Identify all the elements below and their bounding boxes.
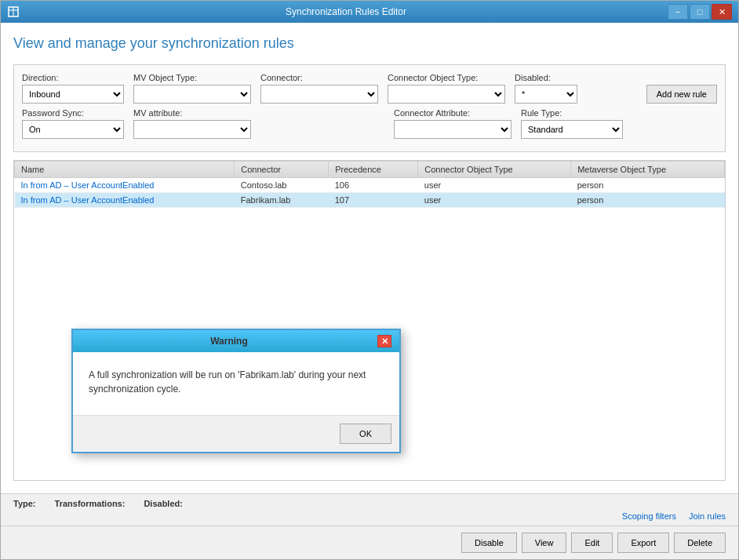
mv-object-type-select[interactable] (133, 85, 251, 104)
bottom-info-bar: Type: Transformations: Disabled: Scoping… (1, 493, 738, 525)
rule-type-label: Rule Type: (521, 108, 623, 118)
password-sync-label: Password Sync: (22, 108, 124, 118)
table-header-row: Name Connector Precedence Connector Obje… (15, 162, 725, 178)
modal-ok-button[interactable]: OK (340, 424, 391, 444)
page-title: View and manage your synchronization rul… (13, 35, 726, 52)
mv-attribute-label: MV attribute: (133, 108, 251, 118)
col-connector: Connector (235, 162, 329, 178)
connector-object-type-filter: Connector Object Type: (388, 73, 505, 104)
direction-select[interactable]: Inbound Outbound (22, 85, 124, 104)
modal-title: Warning (81, 336, 377, 347)
type-label: Type: (13, 499, 36, 508)
table-row[interactable]: In from AD – User AccountEnabled Fabrika… (15, 193, 725, 208)
mv-attribute-select[interactable] (133, 120, 251, 139)
mv-object-type-filter: MV Object Type: (133, 73, 251, 104)
connector-select[interactable] (260, 85, 378, 104)
cell-connector-object-type: user (418, 178, 571, 193)
edit-button[interactable]: Edit (571, 533, 613, 553)
table-row[interactable]: In from AD – User AccountEnabled Contoso… (15, 178, 725, 193)
col-connector-object-type: Connector Object Type (418, 162, 571, 178)
cell-precedence: 106 (329, 178, 418, 193)
join-rules-link[interactable]: Join rules (689, 511, 726, 521)
connector-attribute-select[interactable] (394, 120, 511, 139)
delete-button[interactable]: Delete (674, 533, 726, 553)
connector-attribute-filter: Connector Attribute: (394, 108, 511, 139)
cell-precedence: 107 (329, 193, 418, 208)
title-bar: Synchronization Rules Editor − □ ✕ (1, 1, 738, 23)
connector-object-type-label: Connector Object Type: (388, 73, 505, 82)
col-precedence: Precedence (329, 162, 418, 178)
mv-attribute-filter: MV attribute: (133, 108, 251, 139)
rule-type-select[interactable]: Standard Custom (521, 120, 623, 139)
warning-modal: Warning ✕ A full synchronization will be… (71, 329, 401, 453)
minimize-button[interactable]: − (668, 4, 688, 20)
app-icon (7, 5, 20, 18)
connector-filter: Connector: (260, 73, 378, 104)
transformations-label: Transformations: (55, 499, 126, 508)
view-button[interactable]: View (522, 533, 567, 553)
export-button[interactable]: Export (617, 533, 669, 553)
filter-row-2: Password Sync: On Off MV attribute: Conn… (22, 108, 717, 139)
main-content: View and manage your synchronization rul… (1, 23, 738, 493)
disabled-filter: Disabled: * Yes No (515, 73, 577, 104)
cell-metaverse-object-type: person (571, 193, 725, 208)
modal-close-button[interactable]: ✕ (377, 335, 391, 347)
password-sync-filter: Password Sync: On Off (22, 108, 124, 139)
modal-footer: OK (73, 415, 399, 452)
direction-label: Direction: (22, 73, 124, 82)
bottom-links: Scoping filters Join rules (13, 511, 726, 521)
window-controls: − □ ✕ (668, 4, 732, 20)
bottom-info-labels: Type: Transformations: Disabled: (13, 499, 726, 508)
close-button[interactable]: ✕ (712, 4, 732, 20)
cell-metaverse-object-type: person (571, 178, 725, 193)
password-sync-select[interactable]: On Off (22, 120, 124, 139)
cell-name: In from AD – User AccountEnabled (15, 178, 235, 193)
action-buttons-bar: Disable View Edit Export Delete (1, 525, 738, 559)
connector-attribute-label: Connector Attribute: (394, 108, 511, 118)
modal-title-bar: Warning ✕ (73, 330, 399, 352)
connector-label: Connector: (260, 73, 378, 82)
col-metaverse-object-type: Metaverse Object Type (571, 162, 725, 178)
scoping-filters-link[interactable]: Scoping filters (622, 511, 676, 521)
disable-button[interactable]: Disable (461, 533, 517, 553)
rules-table: Name Connector Precedence Connector Obje… (14, 161, 725, 208)
filter-row-1: Direction: Inbound Outbound MV Object Ty… (22, 73, 717, 104)
window-title: Synchronization Rules Editor (24, 6, 668, 17)
modal-message: A full synchronization will be run on 'F… (89, 368, 384, 396)
mv-object-type-label: MV Object Type: (133, 73, 251, 82)
cell-connector-object-type: user (418, 193, 571, 208)
disabled-label: Disabled: (515, 73, 577, 82)
main-window: Synchronization Rules Editor − □ ✕ View … (0, 0, 739, 560)
maximize-button[interactable]: □ (690, 4, 710, 20)
connector-object-type-select[interactable] (388, 85, 505, 104)
cell-connector: Fabrikam.lab (235, 193, 329, 208)
disabled-info-label: Disabled: (144, 499, 183, 508)
cell-name: In from AD – User AccountEnabled (15, 193, 235, 208)
disabled-select[interactable]: * Yes No (515, 85, 577, 104)
modal-body: A full synchronization will be run on 'F… (73, 352, 399, 415)
col-name: Name (15, 162, 235, 178)
cell-connector: Contoso.lab (235, 178, 329, 193)
rule-type-filter: Rule Type: Standard Custom (521, 108, 623, 139)
direction-filter: Direction: Inbound Outbound (22, 73, 124, 104)
add-rule-button[interactable]: Add new rule (646, 85, 717, 104)
filter-section: Direction: Inbound Outbound MV Object Ty… (13, 64, 726, 152)
